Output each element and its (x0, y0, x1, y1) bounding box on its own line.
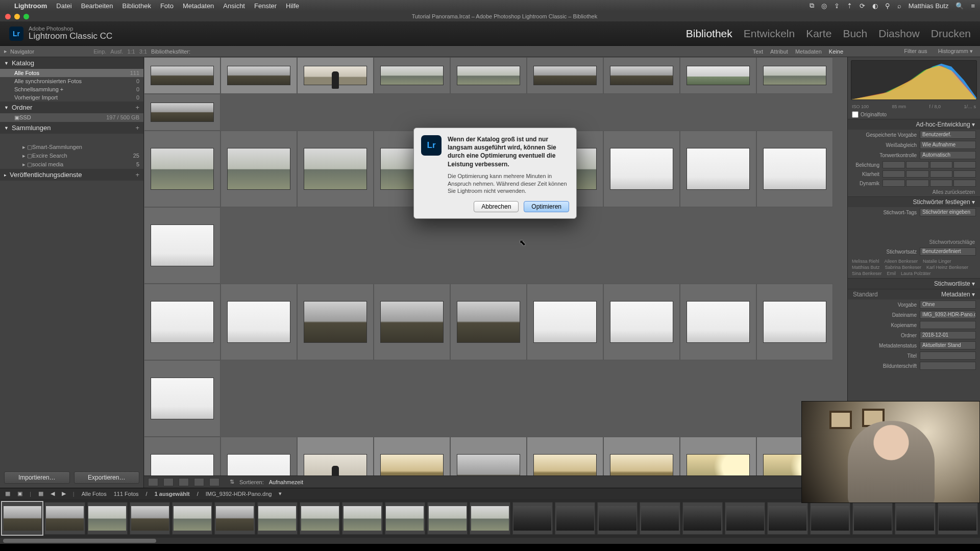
dropbox-icon[interactable]: ⇡ (847, 2, 852, 10)
status-icon[interactable]: ◐ (872, 2, 878, 10)
filmstrip-cell[interactable] (300, 502, 340, 535)
collections-header[interactable]: ▼Sammlungen+ (0, 122, 143, 134)
thumbnail-cell[interactable] (603, 437, 680, 475)
thumbnail-cell[interactable] (220, 131, 297, 207)
optimize-button[interactable]: Optimieren (524, 201, 569, 212)
status-icon[interactable]: ◎ (821, 2, 827, 10)
filter-off[interactable]: Filter aus (904, 48, 927, 54)
filmstrip-cell[interactable] (852, 502, 893, 535)
keyword-suggestion[interactable]: Karl Heinz Benkeser (926, 265, 968, 270)
thumbnail-cell[interactable] (297, 57, 374, 94)
filmstrip-cell[interactable] (257, 502, 298, 535)
thumbnail-cell[interactable] (603, 131, 680, 207)
fwd-icon[interactable]: ▶ (62, 490, 66, 497)
catalog-header[interactable]: ▼Katalog (0, 57, 143, 69)
nav-fill[interactable]: Ausf. (110, 48, 123, 55)
histogram-title[interactable]: Histogramm (938, 48, 968, 54)
thumbnail-cell[interactable] (450, 57, 527, 94)
thumbnail-cell[interactable] (527, 284, 603, 360)
metadata-row[interactable]: DateinameIMG_9392-HDR-Pano.dng (848, 310, 980, 320)
keyword-suggestion[interactable]: Emil (887, 271, 896, 276)
menu-edit[interactable]: Bearbeiten (81, 2, 113, 10)
metadata-row[interactable]: Titel (848, 350, 980, 361)
filmstrip-cell[interactable] (895, 502, 935, 535)
reset-all[interactable]: Alles zurücksetzen (848, 188, 980, 196)
thumbnail-cell[interactable] (450, 437, 527, 475)
filmstrip-scrollbar[interactable] (0, 538, 980, 544)
collection-item[interactable]: ▸ ▢ Smart-Sammlungen (0, 143, 143, 152)
thumbnail-cell[interactable] (297, 284, 374, 360)
catalog-item[interactable]: Alle synchronisierten Fotos0 (0, 77, 143, 85)
filter-metadata[interactable]: Metadaten (795, 48, 822, 55)
keyword-suggestion[interactable]: Sabrina Benkeser (885, 265, 922, 270)
filmstrip-cell[interactable] (767, 502, 807, 535)
cancel-button[interactable]: Abbrechen (474, 201, 519, 212)
keyword-suggestion[interactable]: Melissa Riehl (852, 259, 879, 264)
filmstrip-cell[interactable] (682, 502, 723, 535)
quickdev-slider[interactable]: Belichtung (848, 160, 980, 169)
thumbnail-cell[interactable] (144, 131, 220, 207)
filmstrip-cell[interactable] (87, 502, 128, 535)
quickdev-slider[interactable]: Klarheit (848, 169, 980, 179)
nav-3to1[interactable]: 3:1 (139, 48, 147, 55)
filmstrip[interactable] (0, 499, 980, 538)
keyword-suggestion[interactable]: Matthias Butz (852, 265, 880, 270)
metadata-row[interactable]: MetadatenstatusAktuellster Stand (848, 340, 980, 350)
menu-file[interactable]: Datei (56, 2, 71, 10)
filmstrip-cell[interactable] (2, 502, 42, 535)
filter-none[interactable]: Keine (829, 48, 843, 55)
filmstrip-cell[interactable] (725, 502, 765, 535)
metadata-row[interactable]: Ordner2018-12-01 (848, 330, 980, 340)
filter-attribute[interactable]: Attribut (770, 48, 788, 55)
thumbnail-cell[interactable] (144, 360, 220, 437)
search-icon[interactable]: 🔍 (955, 2, 964, 10)
close-window[interactable] (5, 14, 11, 19)
menu-metadata[interactable]: Metadaten (183, 2, 214, 10)
thumbnail-cell[interactable] (144, 57, 220, 94)
second-window-icon[interactable]: ▣ (17, 490, 22, 497)
thumbnail-cell[interactable] (220, 437, 297, 475)
thumbnail-cell[interactable] (756, 57, 833, 94)
user-name[interactable]: Matthias Butz (909, 2, 949, 10)
add-folder-icon[interactable]: + (135, 104, 139, 111)
add-publish-icon[interactable]: + (135, 171, 139, 179)
filter-text[interactable]: Text (753, 48, 763, 55)
navigator-title[interactable]: Navigator (10, 48, 34, 55)
menu-help[interactable]: Hilfe (286, 2, 299, 10)
thumbnail-cell[interactable] (144, 437, 220, 475)
thumbnail-cell[interactable] (297, 131, 374, 207)
thumbnail-cell[interactable] (144, 207, 220, 284)
export-button[interactable]: Exportieren… (74, 471, 140, 484)
status-icon[interactable]: ⇪ (834, 2, 840, 10)
status-icon[interactable]: ⧉ (810, 2, 814, 10)
original-checkbox[interactable] (852, 111, 859, 118)
thumbnail-cell[interactable] (680, 131, 756, 207)
back-icon[interactable]: ◀ (51, 490, 55, 497)
collection-item[interactable]: ▸ ▢ Excire Search25 (0, 152, 143, 160)
view-toggle-icon[interactable]: ▦ (5, 490, 10, 497)
collection-item[interactable]: ▸ ▢ social media5 (0, 160, 143, 169)
wb-select[interactable]: Wie Aufnahme (920, 141, 976, 149)
zoom-window[interactable] (23, 14, 29, 19)
filmstrip-cell[interactable] (385, 502, 425, 535)
thumbnail-cell[interactable] (220, 57, 297, 94)
filmstrip-cell[interactable] (342, 502, 382, 535)
thumbnail-cell[interactable] (374, 57, 450, 94)
filmstrip-cell[interactable] (427, 502, 468, 535)
grid-view-icon[interactable] (148, 478, 158, 486)
filmstrip-cell[interactable] (214, 502, 255, 535)
filmstrip-cell[interactable] (172, 502, 212, 535)
folders-header[interactable]: ▼Ordner+ (0, 102, 143, 113)
filmstrip-cell[interactable] (130, 502, 170, 535)
module-develop[interactable]: Entwickeln (744, 28, 795, 40)
thumbnail-cell[interactable] (603, 284, 680, 360)
nav-fit[interactable]: Einp. (93, 48, 106, 55)
metadata-row[interactable]: Bildunterschrift (848, 361, 980, 371)
compare-view-icon[interactable] (179, 478, 189, 486)
minimize-window[interactable] (14, 14, 20, 19)
thumbnail-cell[interactable] (756, 131, 833, 207)
nav-1to1[interactable]: 1:1 (127, 48, 135, 55)
module-book[interactable]: Buch (843, 28, 867, 40)
catalog-item[interactable]: Vorheriger Import0 (0, 93, 143, 102)
quickdev-title[interactable]: Ad-hoc-Entwicklung ▾ (848, 119, 980, 130)
